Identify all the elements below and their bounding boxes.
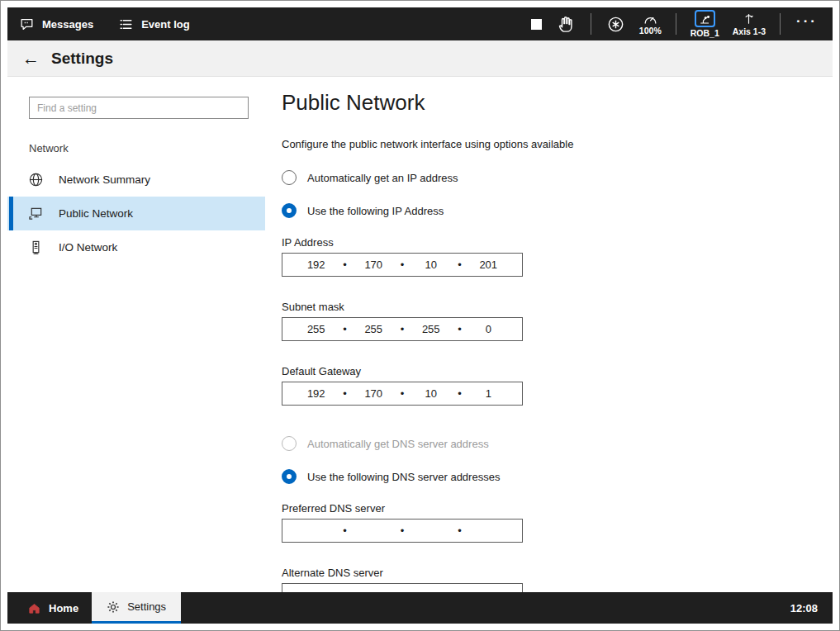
radio-ip-manual-circle[interactable] bbox=[282, 203, 297, 218]
device-screen: Messages Event log bbox=[0, 0, 840, 631]
radio-dns-auto[interactable]: Automatically get DNS server address bbox=[282, 436, 833, 451]
axis-icon bbox=[742, 12, 756, 26]
radio-dns-manual-label: Use the following DNS server addresses bbox=[307, 471, 500, 483]
radio-dns-auto-circle[interactable] bbox=[282, 436, 297, 451]
top-status-bar: Messages Event log bbox=[7, 7, 833, 40]
dot-separator: • bbox=[455, 387, 465, 400]
dot-separator: • bbox=[340, 259, 350, 271]
topbar-left: Messages Event log bbox=[19, 7, 190, 40]
axis-label: Axis 1-3 bbox=[733, 27, 766, 36]
topbar-separator bbox=[591, 13, 591, 35]
spacer bbox=[282, 429, 833, 436]
field-label: Subnet mask bbox=[282, 301, 833, 313]
network-monitor-icon bbox=[27, 206, 44, 221]
ip-octet[interactable]: 1 bbox=[465, 387, 513, 400]
radio-ip-manual[interactable]: Use the following IP Address bbox=[282, 203, 833, 218]
app-window: Messages Event log bbox=[7, 7, 833, 624]
ip-octet[interactable]: 10 bbox=[407, 259, 455, 271]
ip-octet[interactable]: 192 bbox=[292, 387, 340, 400]
field-label: IP Address bbox=[282, 236, 833, 249]
field-preferred-dns: Preferred DNS server • • • bbox=[282, 502, 833, 543]
speed-gauge-icon bbox=[643, 12, 658, 25]
ip-octet[interactable]: 0 bbox=[465, 323, 513, 335]
settings-body: Network Network Summary Public Network bbox=[7, 77, 833, 592]
settings-sidebar: Network Network Summary Public Network bbox=[7, 77, 265, 592]
sidebar-item-io-network[interactable]: I/O Network bbox=[7, 230, 265, 264]
io-device-icon bbox=[27, 240, 44, 255]
field-label: Alternate DNS server bbox=[282, 567, 833, 579]
ip-octet[interactable]: 192 bbox=[292, 259, 340, 271]
globe-icon bbox=[27, 172, 44, 187]
field-default-gateway: Default Gateway 192 • 170 • 10 • 1 bbox=[282, 365, 833, 406]
sidebar-item-label: Public Network bbox=[59, 207, 133, 220]
radio-ip-auto[interactable]: Automatically get an IP address bbox=[282, 170, 833, 185]
mechanical-unit-label: ROB_1 bbox=[691, 29, 719, 38]
sidebar-item-public-network[interactable]: Public Network bbox=[7, 197, 265, 230]
dot-separator: • bbox=[397, 387, 407, 400]
back-arrow-icon[interactable]: ← bbox=[22, 50, 40, 67]
field-ip-address: IP Address 192 • 170 • 10 • 201 bbox=[282, 236, 833, 277]
preferred-dns-input[interactable]: • • • bbox=[282, 519, 523, 543]
topbar-separator bbox=[676, 13, 676, 35]
sidebar-item-label: I/O Network bbox=[59, 241, 117, 254]
dot-separator: • bbox=[340, 387, 350, 400]
radio-ip-auto-circle[interactable] bbox=[282, 170, 297, 185]
field-subnet-mask: Subnet mask 255 • 255 • 255 • 0 bbox=[282, 301, 833, 341]
clock: 12:08 bbox=[790, 602, 833, 614]
subnet-mask-input[interactable]: 255 • 255 • 255 • 0 bbox=[282, 317, 523, 341]
dot-separator: • bbox=[455, 323, 465, 335]
dot-separator: • bbox=[397, 259, 407, 271]
stop-button[interactable] bbox=[524, 7, 549, 40]
motors-state-icon bbox=[606, 15, 625, 34]
axis-selector[interactable]: Axis 1-3 bbox=[726, 12, 772, 36]
field-alternate-dns: Alternate DNS server • • • bbox=[282, 567, 833, 592]
settings-header: ← Settings bbox=[7, 40, 833, 77]
panel-title: Public Network bbox=[282, 90, 833, 115]
sidebar-item-label: Network Summary bbox=[59, 173, 150, 186]
speech-bubble-icon bbox=[19, 17, 35, 32]
sidebar-item-network-summary[interactable]: Network Summary bbox=[7, 163, 265, 197]
more-menu-button[interactable]: ··· bbox=[788, 13, 826, 35]
messages-label: Messages bbox=[42, 18, 93, 31]
speed-value: 100% bbox=[639, 26, 662, 36]
radio-ip-auto-label: Automatically get an IP address bbox=[307, 172, 458, 184]
ip-octet[interactable]: 255 bbox=[350, 323, 398, 335]
speed-indicator[interactable]: 100% bbox=[633, 12, 668, 36]
manual-mode-button[interactable] bbox=[549, 7, 583, 40]
default-gateway-input[interactable]: 192 • 170 • 10 • 1 bbox=[282, 382, 523, 406]
ip-address-input[interactable]: 192 • 170 • 10 • 201 bbox=[282, 253, 523, 277]
home-button[interactable]: Home bbox=[14, 592, 92, 624]
ip-octet[interactable]: 170 bbox=[350, 387, 398, 400]
topbar-right: 100% ROB_1 Axis 1-3 ··· bbox=[524, 7, 826, 40]
topbar-separator bbox=[780, 13, 781, 35]
dot-separator: • bbox=[340, 323, 350, 335]
list-icon bbox=[118, 17, 134, 32]
taskbar: Home Settings 12:08 bbox=[7, 592, 833, 624]
ip-octet[interactable]: 255 bbox=[407, 323, 455, 335]
dot-separator: • bbox=[340, 524, 350, 537]
search-input[interactable] bbox=[29, 97, 249, 119]
dot-separator: • bbox=[397, 524, 407, 537]
home-icon bbox=[27, 601, 41, 615]
alternate-dns-input[interactable]: • • • bbox=[282, 583, 523, 592]
panel-description: Configure the public network interface u… bbox=[282, 138, 833, 150]
tab-settings[interactable]: Settings bbox=[92, 592, 181, 624]
messages-button[interactable]: Messages bbox=[19, 7, 93, 40]
ip-octet[interactable]: 201 bbox=[465, 259, 513, 271]
mechanical-unit-selector[interactable]: ROB_1 bbox=[684, 10, 726, 38]
field-label: Default Gateway bbox=[282, 365, 833, 377]
ip-octet[interactable]: 170 bbox=[350, 259, 398, 271]
stop-square-icon bbox=[531, 19, 542, 30]
dot-separator: • bbox=[455, 259, 465, 271]
radio-dns-manual[interactable]: Use the following DNS server addresses bbox=[282, 469, 833, 484]
public-network-panel: Public Network Configure the public netw… bbox=[265, 77, 833, 592]
motors-state-button[interactable] bbox=[599, 7, 633, 40]
ip-octet[interactable]: 10 bbox=[407, 387, 455, 400]
field-label: Preferred DNS server bbox=[282, 502, 833, 515]
event-log-button[interactable]: Event log bbox=[118, 7, 190, 40]
radio-dns-manual-circle[interactable] bbox=[282, 469, 297, 484]
ip-octet[interactable]: 255 bbox=[292, 323, 340, 335]
radio-dns-auto-label: Automatically get DNS server address bbox=[307, 438, 489, 450]
dot-separator: • bbox=[455, 524, 465, 537]
radio-ip-manual-label: Use the following IP Address bbox=[307, 205, 444, 217]
